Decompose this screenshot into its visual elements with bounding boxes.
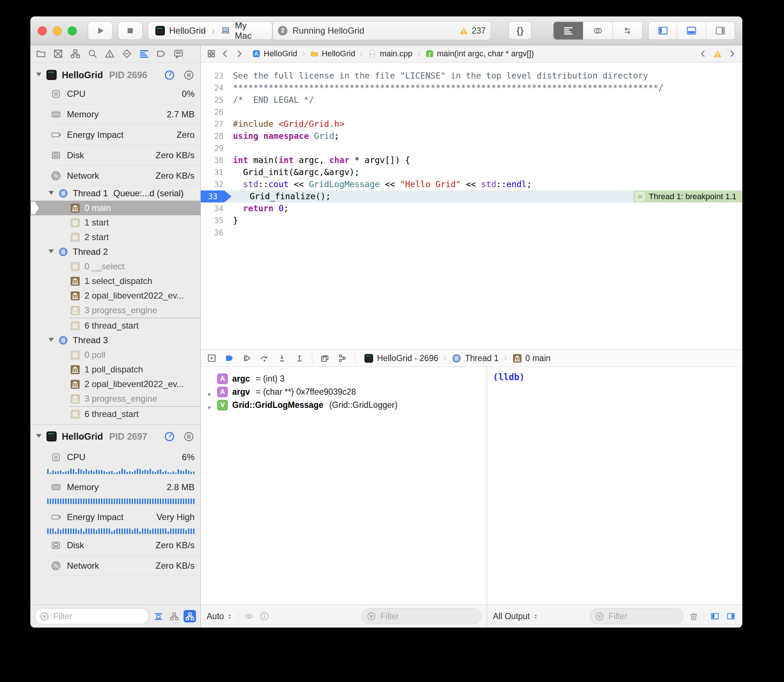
filter-running-processes-button[interactable] bbox=[152, 610, 164, 622]
go-forward-icon[interactable] bbox=[235, 49, 244, 59]
variable-row[interactable]: VGrid::GridLogMessage(Grid::GridLogger) bbox=[201, 398, 487, 411]
stack-frame-row[interactable]: 3 progress_engine bbox=[30, 392, 200, 406]
stack-frame-row[interactable]: 0 main bbox=[30, 201, 200, 215]
code-line[interactable]: 25/* END LEGAL */ bbox=[201, 94, 742, 106]
close-window-button[interactable] bbox=[38, 26, 47, 35]
stack-frame-row[interactable]: 1 start bbox=[30, 215, 200, 230]
stack-frame-row[interactable]: 2 opal_libevent2022_ev... bbox=[30, 288, 200, 303]
stack-frame-row[interactable]: 6 thread_start bbox=[30, 407, 200, 421]
tab-test-navigator[interactable] bbox=[121, 48, 133, 59]
gauge-row-disk[interactable]: DiskZero KB/s bbox=[30, 535, 200, 556]
thread-row[interactable]: Thread 3 bbox=[30, 333, 200, 347]
variable-row[interactable]: Aargv= (char **) 0x7ffee9039c28 bbox=[201, 385, 487, 398]
disclosure-triangle-icon[interactable] bbox=[47, 247, 55, 257]
code-line[interactable]: 29 bbox=[201, 142, 742, 154]
library-button[interactable]: {} bbox=[509, 22, 531, 40]
stack-frame-row[interactable]: 2 start bbox=[30, 230, 200, 244]
process-row[interactable]: HelloGridPID 2696 bbox=[30, 66, 200, 84]
breakpoint-badge[interactable]: 33 bbox=[201, 190, 232, 202]
thread-row[interactable]: Thread 1Queue:...d (serial) bbox=[30, 186, 200, 201]
code-line[interactable]: 34 return 0; bbox=[201, 202, 742, 215]
navigator-filter-input[interactable] bbox=[53, 611, 98, 622]
tab-find-navigator[interactable] bbox=[87, 48, 98, 59]
gauge-row-energy-impact[interactable]: Energy ImpactZero bbox=[30, 124, 200, 145]
console-filter-field[interactable] bbox=[590, 608, 683, 624]
step-into-icon[interactable] bbox=[277, 353, 287, 363]
variables-scope-select[interactable]: Auto bbox=[207, 612, 233, 621]
disclosure-triangle-icon[interactable] bbox=[35, 432, 43, 441]
gauge-row-memory[interactable]: Memory2.7 MB bbox=[30, 104, 200, 124]
code-line[interactable]: 23See the full license in the file "LICE… bbox=[201, 70, 742, 82]
continue-icon[interactable] bbox=[242, 353, 252, 363]
debug-breadcrumb-item[interactable]: HelloGrid - 2696 bbox=[364, 354, 438, 363]
print-description-icon[interactable] bbox=[259, 611, 270, 621]
code-line[interactable]: 36 bbox=[201, 226, 742, 239]
next-issue-icon[interactable] bbox=[728, 49, 736, 58]
step-over-icon[interactable] bbox=[259, 353, 270, 363]
gauge-row-cpu[interactable]: CPU6% bbox=[30, 445, 200, 475]
breadcrumb-item[interactable]: HelloGrid bbox=[310, 49, 355, 59]
variables-filter-input[interactable] bbox=[380, 611, 425, 622]
tab-issue-navigator[interactable] bbox=[104, 48, 115, 59]
warning-count[interactable]: 237 bbox=[472, 26, 485, 36]
disclosure-triangle-icon[interactable] bbox=[47, 189, 55, 198]
gauge-row-network[interactable]: NetworkZero KB/s bbox=[30, 166, 200, 186]
disclosure-triangle-icon[interactable] bbox=[47, 336, 55, 345]
console-scope-select[interactable]: All Output bbox=[493, 612, 540, 621]
clear-console-icon[interactable] bbox=[688, 611, 699, 621]
variable-row[interactable]: Aargc= (int) 3 bbox=[201, 372, 487, 385]
breakpoint-annotation[interactable]: Thread 1: breakpoint 1.1 bbox=[634, 190, 742, 202]
navigator-filter-field[interactable] bbox=[35, 608, 149, 624]
gauge-row-energy-impact[interactable]: Energy ImpactVery High bbox=[30, 505, 200, 535]
breadcrumb-item[interactable]: HelloGrid bbox=[252, 49, 297, 59]
zoom-window-button[interactable] bbox=[68, 26, 77, 35]
console-filter-input[interactable] bbox=[608, 611, 653, 622]
tab-source-control-navigator[interactable] bbox=[53, 48, 64, 59]
process-row[interactable]: HelloGridPID 2697 bbox=[30, 428, 200, 445]
related-items-icon[interactable] bbox=[207, 49, 216, 59]
gauge-icon[interactable] bbox=[164, 69, 175, 81]
stack-frame-row[interactable]: 0 __select bbox=[30, 259, 200, 274]
breadcrumb-item[interactable]: fmain(int argc, char * argv[]) bbox=[425, 49, 534, 59]
stack-frame-row[interactable]: 3 progress_engine bbox=[30, 303, 200, 318]
tab-breakpoint-navigator[interactable] bbox=[156, 48, 167, 59]
gauge-row-disk[interactable]: DiskZero KB/s bbox=[30, 145, 200, 166]
code-line[interactable]: 27#include <Grid/Grid.h> bbox=[201, 118, 742, 130]
assistant-editor-button[interactable] bbox=[583, 22, 613, 40]
standard-editor-button[interactable] bbox=[554, 22, 583, 40]
memory-graph-icon[interactable] bbox=[337, 353, 347, 363]
stack-frame-row[interactable]: 1 poll_dispatch bbox=[30, 362, 200, 377]
code-line[interactable]: 26 bbox=[201, 106, 742, 118]
code-line[interactable]: 33 Grid_finalize();Thread 1: breakpoint … bbox=[201, 190, 742, 202]
pause-process-icon[interactable] bbox=[183, 431, 195, 442]
debug-breadcrumb-item[interactable]: 0 main bbox=[512, 354, 551, 363]
quicklook-icon[interactable] bbox=[244, 611, 254, 621]
issue-warning-icon[interactable] bbox=[713, 49, 723, 59]
toggle-inspector-button[interactable] bbox=[706, 22, 735, 40]
tab-symbol-navigator[interactable] bbox=[70, 48, 81, 59]
step-out-icon[interactable] bbox=[294, 353, 305, 363]
variables-filter-field[interactable] bbox=[362, 608, 481, 624]
tab-project-navigator[interactable] bbox=[35, 48, 46, 59]
disclosure-triangle-icon[interactable] bbox=[35, 70, 43, 80]
debug-breadcrumb-item[interactable]: Thread 1 bbox=[452, 354, 498, 363]
view-hierarchy-icon[interactable] bbox=[319, 353, 330, 363]
go-back-icon[interactable] bbox=[220, 49, 230, 59]
view-by-thread-button[interactable] bbox=[184, 610, 196, 622]
gauge-row-network[interactable]: NetworkZero KB/s bbox=[30, 556, 200, 576]
stack-frame-row[interactable]: 0 poll bbox=[30, 347, 200, 362]
toggle-variables-view-icon[interactable] bbox=[709, 612, 720, 621]
stack-frame-row[interactable]: 1 select_dispatch bbox=[30, 274, 200, 288]
toggle-console-view-icon[interactable] bbox=[725, 612, 736, 621]
gauge-row-memory[interactable]: Memory2.8 MB bbox=[30, 475, 200, 505]
disclosure-triangle-icon[interactable] bbox=[205, 389, 214, 394]
stop-button[interactable] bbox=[118, 22, 143, 40]
view-by-queue-button[interactable] bbox=[168, 610, 180, 622]
previous-issue-icon[interactable] bbox=[699, 49, 707, 58]
activity-viewer[interactable]: 2 Running HelloGrid 237 bbox=[272, 21, 492, 40]
stack-frame-row[interactable]: 6 thread_start bbox=[30, 318, 200, 333]
source-editor[interactable]: 23See the full license in the file "LICE… bbox=[201, 62, 742, 349]
version-editor-button[interactable] bbox=[613, 22, 642, 40]
minimize-window-button[interactable] bbox=[53, 26, 62, 35]
tab-report-navigator[interactable] bbox=[173, 48, 184, 59]
